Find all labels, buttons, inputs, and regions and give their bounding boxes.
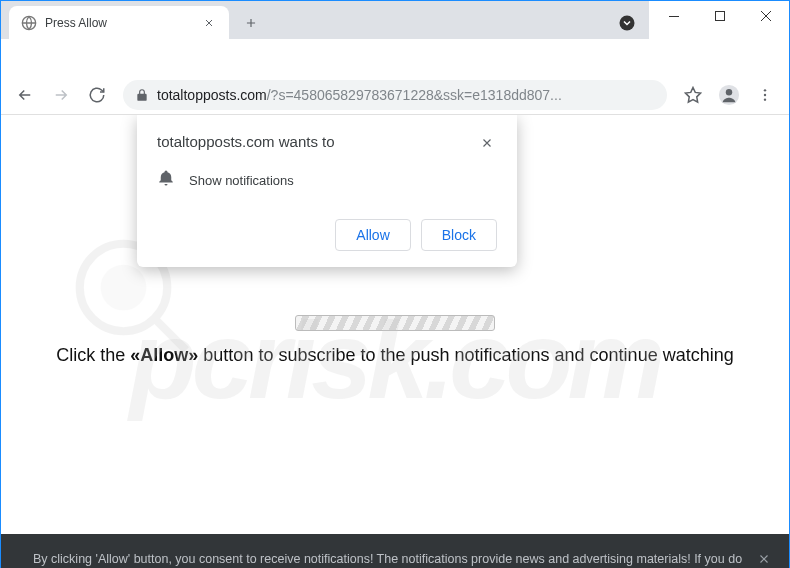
allow-button[interactable]: Allow (335, 219, 410, 251)
new-tab-button[interactable] (237, 9, 265, 37)
svg-point-6 (764, 89, 766, 91)
notification-permission-dialog: totaltopposts.com wants to Show notifica… (137, 115, 517, 267)
profile-button[interactable] (713, 79, 745, 111)
svg-rect-2 (669, 16, 679, 17)
notification-dialog-close-button[interactable] (477, 133, 497, 153)
loading-progress-bar (295, 315, 495, 331)
block-button[interactable]: Block (421, 219, 497, 251)
notification-permission-label: Show notifications (189, 173, 294, 188)
browser-toolbar: totaltopposts.com/?s=458065829783671228&… (1, 75, 789, 115)
globe-icon (21, 15, 37, 31)
bookmark-star-button[interactable] (677, 79, 709, 111)
lock-icon (135, 88, 149, 102)
svg-point-1 (620, 16, 635, 31)
svg-point-8 (764, 98, 766, 100)
tab-title: Press Allow (45, 16, 193, 30)
window-maximize-button[interactable] (697, 1, 743, 31)
svg-point-7 (764, 93, 766, 95)
bell-icon (157, 169, 175, 191)
url-text: totaltopposts.com/?s=458065829783671228&… (157, 87, 655, 103)
tab-strip: Press Allow (1, 1, 649, 39)
svg-rect-3 (716, 12, 725, 21)
instruction-text: Click the «Allow» button to subscribe to… (1, 345, 789, 366)
page-content: pcrisk.com totaltopposts.com wants to Sh… (1, 115, 789, 568)
svg-point-5 (726, 89, 732, 95)
tab-close-button[interactable] (201, 15, 217, 31)
back-button[interactable] (9, 79, 41, 111)
notification-dialog-title: totaltopposts.com wants to (157, 133, 335, 150)
browser-tab[interactable]: Press Allow (9, 6, 229, 40)
extension-badge-icon[interactable] (613, 9, 641, 37)
window-minimize-button[interactable] (651, 1, 697, 31)
kebab-menu-button[interactable] (749, 79, 781, 111)
forward-button[interactable] (45, 79, 77, 111)
consent-close-button[interactable] (757, 552, 771, 569)
reload-button[interactable] (81, 79, 113, 111)
window-close-button[interactable] (743, 1, 789, 31)
consent-banner: By clicking 'Allow' button, you consent … (1, 534, 789, 569)
address-bar[interactable]: totaltopposts.com/?s=458065829783671228&… (123, 80, 667, 110)
consent-text: By clicking 'Allow' button, you consent … (33, 550, 745, 569)
